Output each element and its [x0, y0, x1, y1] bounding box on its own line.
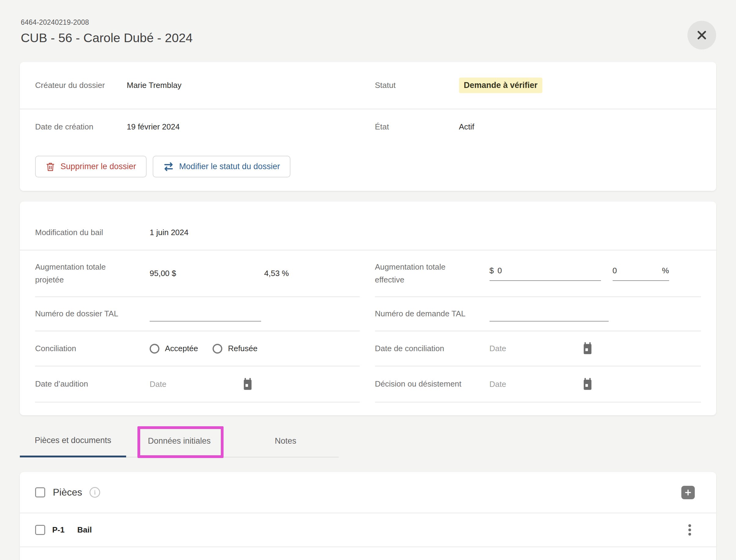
effective-percent-input[interactable] — [613, 266, 640, 275]
kebab-icon — [688, 524, 691, 536]
radio-circle-icon — [213, 344, 222, 354]
conciliation-refused-radio[interactable]: Refusée — [213, 344, 257, 354]
piece-code: P-1 — [52, 525, 67, 535]
conciliation-label: Conciliation — [35, 342, 150, 355]
projected-increase-percent: 4,53 % — [264, 269, 289, 278]
pieces-select-all-checkbox[interactable] — [35, 487, 45, 497]
conciliation-date-input[interactable] — [490, 344, 582, 353]
effective-percent-field: % — [613, 266, 669, 281]
piece-row: P-1 Bail — [20, 513, 716, 547]
decision-date-input[interactable] — [490, 380, 582, 389]
audition-date-input[interactable] — [150, 380, 242, 389]
piece-menu-button[interactable] — [687, 522, 693, 537]
conciliation-refused-label: Refusée — [228, 344, 257, 353]
status-badge: Demande à vérifier — [459, 78, 543, 93]
creation-date-label: Date de création — [35, 122, 127, 132]
calendar-icon — [582, 351, 593, 356]
increase-row: Augmentation totale projetée 95,00 $ 4,5… — [20, 250, 716, 297]
summary-card: Créateur du dossier Marie Tremblay Statu… — [20, 62, 716, 191]
status-label: Statut — [375, 81, 459, 90]
details-card: Modification du bail 1 juin 2024 Augment… — [20, 202, 716, 415]
page-header: 6464-20240219-2008 CUB - 56 - Carole Dub… — [0, 0, 736, 45]
delete-case-label: Supprimer le dossier — [60, 162, 136, 171]
calendar-icon — [242, 387, 253, 391]
close-button[interactable] — [687, 21, 716, 49]
summary-actions: Supprimer le dossier Modifier le statut … — [20, 144, 716, 191]
transfer-arrows-icon — [163, 161, 174, 172]
decision-label: Décision ou désistement — [375, 378, 490, 391]
tal-file-number-input[interactable] — [150, 307, 261, 316]
pieces-card: Pièces i P-1 Bail — [20, 472, 716, 560]
conciliation-row: Conciliation Acceptée Refusée Date de co… — [20, 331, 716, 366]
conciliation-accepted-radio[interactable]: Acceptée — [150, 344, 198, 354]
audition-date-calendar-button[interactable] — [242, 378, 253, 391]
tal-file-number-field — [150, 307, 261, 322]
conciliation-date-label: Date de conciliation — [375, 342, 490, 355]
lease-modification-row: Modification du bail 1 juin 2024 — [20, 215, 716, 250]
tal-file-number-label: Numéro de dossier TAL — [35, 307, 150, 320]
add-piece-button[interactable] — [681, 486, 695, 499]
creator-label: Créateur du dossier — [35, 81, 127, 90]
conciliation-date-calendar-button[interactable] — [582, 342, 593, 355]
page-title: CUB - 56 - Carole Dubé - 2024 — [21, 31, 716, 45]
effective-amount-field: $ — [490, 266, 601, 281]
audition-date-field — [150, 378, 253, 391]
effective-increase-label: Augmentation totale effective — [375, 261, 490, 286]
decision-date-field — [490, 378, 593, 391]
close-icon — [696, 29, 708, 41]
effective-amount-input[interactable] — [497, 266, 601, 275]
lease-modification-value: 1 juin 2024 — [150, 228, 188, 237]
tal-numbers-row: Numéro de dossier TAL Numéro de demande … — [20, 297, 716, 331]
tal-request-number-input[interactable] — [490, 307, 609, 316]
dollar-prefix: $ — [490, 266, 494, 275]
change-status-button[interactable]: Modifier le statut du dossier — [153, 156, 290, 177]
calendar-icon — [582, 387, 593, 391]
percent-suffix: % — [662, 266, 669, 275]
pieces-header-row: Pièces i — [20, 472, 716, 513]
state-label: État — [375, 122, 459, 132]
audition-row: Date d’audition Décision ou désistement — [20, 366, 716, 402]
delete-case-button[interactable]: Supprimer le dossier — [35, 156, 147, 177]
lease-modification-label: Modification du bail — [35, 226, 150, 239]
conciliation-accepted-label: Acceptée — [165, 344, 198, 353]
case-number: 6464-20240219-2008 — [21, 18, 716, 27]
piece-name: Bail — [77, 525, 92, 535]
tal-request-number-field — [490, 307, 609, 322]
tab-donnees-initiales[interactable]: Données initiales — [126, 425, 232, 457]
creator-value: Marie Tremblay — [127, 81, 181, 90]
tal-request-number-label: Numéro de demande TAL — [375, 307, 490, 320]
creation-date-value: 19 février 2024 — [127, 122, 180, 132]
tab-pieces-et-documents[interactable]: Pièces et documents — [20, 425, 126, 457]
pieces-heading: Pièces — [53, 487, 82, 498]
conciliation-date-field — [490, 342, 593, 355]
info-icon[interactable]: i — [89, 487, 100, 498]
state-value: Actif — [459, 122, 475, 132]
tab-notes[interactable]: Notes — [232, 425, 339, 457]
trash-icon — [46, 162, 55, 172]
audition-date-label: Date d’audition — [35, 378, 150, 391]
tab-bar: Pièces et documents Données initiales No… — [20, 425, 339, 457]
change-status-label: Modifier le statut du dossier — [179, 162, 280, 171]
projected-increase-label: Augmentation totale projetée — [35, 261, 150, 286]
plus-icon — [684, 489, 692, 496]
summary-row-1: Créateur du dossier Marie Tremblay Statu… — [20, 62, 716, 109]
radio-circle-icon — [150, 344, 159, 354]
summary-row-2: Date de création 19 février 2024 État Ac… — [20, 109, 716, 144]
decision-date-calendar-button[interactable] — [582, 378, 593, 391]
projected-increase-amount: 95,00 $ — [150, 269, 264, 278]
piece-checkbox[interactable] — [35, 525, 45, 535]
